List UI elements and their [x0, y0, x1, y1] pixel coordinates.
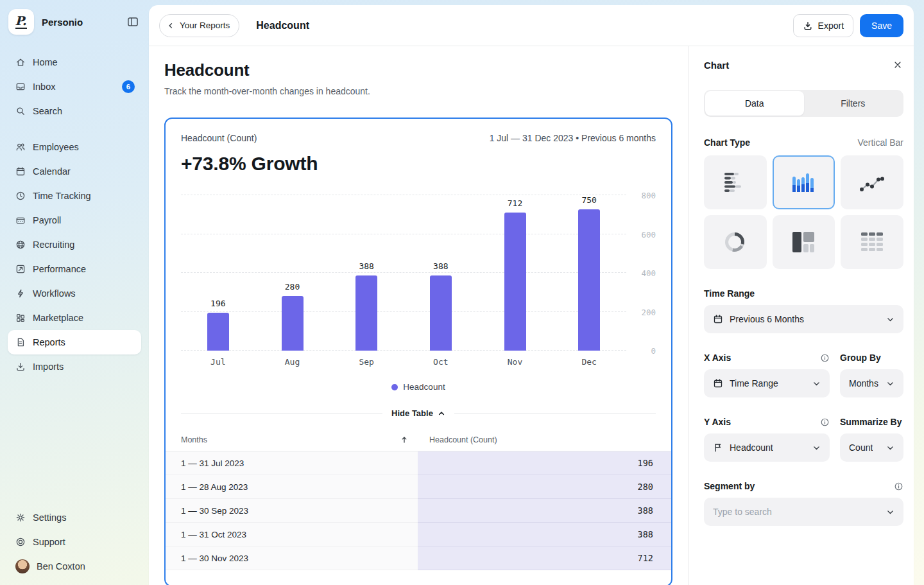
sidebar-item-label: Search — [33, 106, 135, 116]
y-axis-tick: 200 — [641, 307, 656, 317]
chart-type-label: Chart Type — [704, 137, 750, 148]
sidebar-item-label: Settings — [33, 512, 135, 523]
chevron-down-icon — [886, 508, 894, 516]
chevron-down-icon — [886, 444, 894, 452]
table-chart-icon — [860, 231, 884, 254]
sidebar-item-label: Reports — [33, 337, 135, 347]
sidebar-item-employees[interactable]: Employees — [8, 135, 141, 159]
bar-oct[interactable] — [430, 275, 452, 351]
bar-nov[interactable] — [504, 213, 526, 351]
table-cell-month: 1 — 28 Aug 2023 — [166, 475, 418, 499]
sidebar-item-reports[interactable]: Reports — [8, 330, 141, 354]
line-chart-icon — [860, 171, 884, 194]
payroll-icon — [15, 215, 26, 225]
sidebar-item-label: Home — [33, 57, 135, 67]
y-axis-tick: 400 — [641, 268, 656, 278]
chevron-left-icon — [167, 22, 175, 30]
bar-jul[interactable] — [207, 313, 229, 351]
download-icon — [803, 21, 813, 31]
info-icon[interactable] — [820, 353, 830, 363]
bar-column: 712 — [478, 195, 552, 351]
chart-widget[interactable]: Headcount (Count) 1 Jul — 31 Dec 2023 • … — [164, 118, 672, 585]
time-range-select[interactable]: Previous 6 Months — [704, 305, 903, 333]
sidebar-item-label: Inbox — [33, 82, 115, 92]
y-axis-select[interactable]: Headcount — [704, 433, 830, 462]
chart-type-horizontal-bar[interactable] — [704, 155, 767, 209]
chart-type-table[interactable] — [841, 215, 903, 269]
y-axis-label: Y Axis — [704, 417, 731, 427]
page-title: Headcount — [164, 60, 672, 80]
bar-chart: 8006004002000196280388388712750 — [181, 195, 656, 351]
close-icon[interactable] — [892, 59, 903, 71]
bar-aug[interactable] — [282, 296, 304, 351]
summarize-by-select[interactable]: Count — [840, 433, 903, 462]
info-icon[interactable] — [820, 417, 830, 427]
summarize-by-value: Count — [849, 442, 873, 453]
bar-columns: 196280388388712750 — [181, 195, 626, 351]
tab-data[interactable]: Data — [705, 91, 804, 116]
x-axis-label: Nov — [478, 357, 552, 367]
sidebar-item-label: Calendar — [33, 166, 135, 177]
group-by-select[interactable]: Months — [840, 369, 903, 397]
tab-filters[interactable]: Filters — [804, 91, 903, 116]
x-axis-label: Dec — [552, 357, 626, 367]
sidebar-item-search[interactable]: Search — [8, 99, 141, 123]
info-icon[interactable] — [894, 482, 903, 491]
table-cell-month: 1 — 30 Sep 2023 — [166, 499, 418, 523]
sidebar-item-support[interactable]: Support — [8, 530, 141, 554]
back-to-your-reports-button[interactable]: Your Reports — [159, 14, 239, 37]
sidebar-item-user[interactable]: Ben Coxton — [8, 554, 141, 579]
panel-title: Chart — [704, 60, 729, 71]
sidebar-item-recruiting[interactable]: Recruiting — [8, 232, 141, 257]
sort-ascending-icon[interactable] — [400, 435, 409, 444]
sidebar-item-workflows[interactable]: Workflows — [8, 281, 141, 306]
chart-type-donut[interactable] — [704, 215, 767, 269]
table-cell-month: 1 — 30 Nov 2023 — [166, 546, 418, 570]
report-topbar: Your Reports Headcount Export Save — [149, 5, 914, 46]
table-row: 1 — 28 Aug 2023280 — [166, 475, 671, 499]
segment-by-search-select[interactable]: Type to search — [704, 498, 903, 526]
save-button[interactable]: Save — [860, 14, 903, 37]
inbox-icon — [15, 82, 26, 92]
bar-value-label: 750 — [581, 195, 596, 205]
sidebar-item-calendar[interactable]: Calendar — [8, 159, 141, 184]
metric-label: Headcount (Count) — [181, 133, 257, 143]
chart-type-vertical-bar[interactable] — [773, 155, 835, 209]
sidebar-item-payroll[interactable]: Payroll — [8, 208, 141, 232]
bar-column: 750 — [552, 195, 626, 351]
segment-by-placeholder: Type to search — [713, 507, 772, 517]
table-cell-value: 388 — [418, 499, 671, 523]
sidebar-item-time-tracking[interactable]: Time Tracking — [8, 184, 141, 208]
column-header-months: Months — [181, 435, 400, 444]
table-row: 1 — 31 Jul 2023196 — [166, 451, 671, 475]
sidebar-item-inbox[interactable]: Inbox6 — [8, 74, 141, 99]
sidebar-item-imports[interactable]: Imports — [8, 354, 141, 379]
bar-dec[interactable] — [578, 209, 600, 351]
sidebar-item-home[interactable]: Home — [8, 50, 141, 74]
sidebar-collapse-icon[interactable] — [126, 15, 140, 29]
chart-type-line[interactable] — [841, 155, 903, 209]
user-avatar — [15, 559, 30, 573]
y-axis-tick: 0 — [651, 346, 656, 356]
export-button[interactable]: Export — [793, 14, 853, 37]
x-axis-select[interactable]: Time Range — [704, 369, 830, 397]
report-body: Headcount Track the month-over-month cha… — [149, 46, 688, 585]
x-axis-label: Oct — [404, 357, 478, 367]
workflows-icon — [15, 288, 26, 299]
x-axis-label: X Axis — [704, 353, 731, 363]
sidebar-item-label: Employees — [33, 142, 135, 152]
x-axis-label: Aug — [255, 357, 330, 367]
sidebar-item-performance[interactable]: Performance — [8, 257, 141, 281]
bar-sep[interactable] — [355, 275, 377, 351]
sidebar-item-marketplace[interactable]: Marketplace — [8, 306, 141, 330]
hide-table-button[interactable]: Hide Table — [389, 408, 448, 418]
sidebar-item-label: Performance — [33, 264, 135, 274]
sidebar-item-settings[interactable]: Settings — [8, 505, 141, 530]
chevron-down-icon — [886, 380, 894, 388]
clock-icon — [15, 191, 26, 201]
column-header-headcount: Headcount (Count) — [418, 435, 671, 444]
bar-column: 388 — [329, 195, 404, 351]
chart-config-panel: Chart DataFilters Chart Type Vertical Ba… — [688, 46, 914, 585]
data-filters-tabs: DataFilters — [704, 90, 903, 117]
chart-type-treemap[interactable] — [773, 215, 835, 269]
